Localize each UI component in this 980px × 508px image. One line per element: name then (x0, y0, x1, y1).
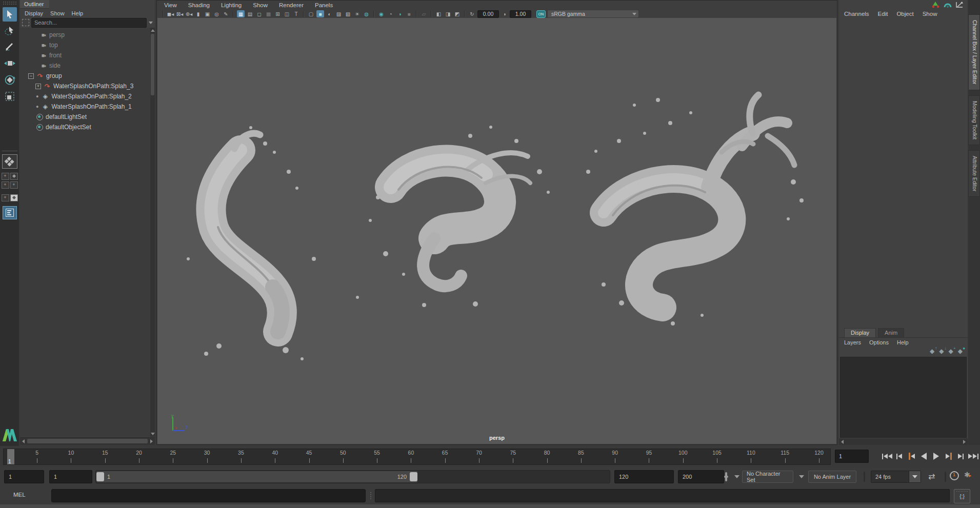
resolution-gate-icon[interactable]: ◻ (255, 10, 263, 17)
contrast-icon[interactable]: ◑ (501, 10, 508, 17)
pan-zoom-icon[interactable]: ◎ (213, 10, 221, 17)
create-empty-layer-icon[interactable]: ◆+ (949, 348, 953, 355)
search-options-caret-icon[interactable] (149, 22, 153, 24)
node-label[interactable]: defaultLightSet (46, 113, 87, 120)
rotate-tool-button[interactable] (3, 73, 17, 87)
sidebar-vertical-tab[interactable]: Modeling Toolkit (968, 95, 980, 145)
anim-preferences-icon[interactable] (944, 1, 952, 8)
ssao-icon[interactable]: ◉ (377, 10, 385, 17)
go-to-end-button[interactable] (967, 449, 979, 463)
go-to-start-button[interactable] (881, 449, 893, 463)
outliner-tree-row[interactable]: ● WaterSplashOnPath:Splah_1 (20, 101, 150, 112)
lasso-select-tool-button[interactable] (3, 24, 17, 38)
plus-button[interactable]: + (2, 194, 9, 201)
current-frame-field[interactable]: 1 (835, 450, 869, 463)
layer-editor-menu-item[interactable]: Help (897, 339, 909, 346)
shaded-mode-icon[interactable]: ■ (316, 10, 324, 17)
viewport-menu-item[interactable]: Show (253, 2, 268, 8)
bookmark-icon[interactable]: ▮ (194, 10, 202, 17)
outliner-menu-item[interactable]: Display (25, 10, 43, 16)
step-back-frame-button[interactable] (893, 449, 905, 463)
play-forwards-button[interactable] (930, 449, 942, 463)
outliner-tree-row[interactable]: ● defaultLightSet (20, 112, 150, 122)
outliner-tree-row[interactable]: ● WaterSplashOnPath:Splah_2 (20, 91, 150, 101)
select-camera-icon[interactable]: ◼◂ (167, 10, 174, 17)
grease-pencil-icon[interactable]: ✎ (222, 10, 230, 17)
gate-mask-icon[interactable]: ▩ (265, 10, 272, 17)
select-tool-button[interactable] (3, 7, 17, 22)
move-layer-down-icon[interactable]: ◆↓ (939, 348, 944, 355)
object-mode-button[interactable] (10, 173, 18, 180)
add-row-button[interactable]: + (2, 181, 9, 189)
exposure-icon[interactable]: ↻ (468, 10, 476, 17)
add-divider-button[interactable]: + (2, 173, 9, 180)
range-start-handle[interactable] (96, 472, 104, 481)
move-layer-up-icon[interactable]: ◆↑ (930, 348, 934, 355)
filter-icon[interactable] (22, 19, 29, 26)
outliner-tree-row[interactable]: ● top (20, 40, 150, 50)
outliner-tree-row[interactable]: ● defaultObjectSet (20, 122, 150, 132)
viewport-menu-item[interactable]: Renderer (279, 2, 304, 8)
xyz-gizmo-icon[interactable] (932, 1, 940, 8)
search-input[interactable]: Search... (31, 18, 147, 28)
safe-action-icon[interactable]: ◫ (283, 10, 291, 17)
add-column-button[interactable]: + (10, 181, 18, 189)
outliner-title[interactable]: Outliner (20, 0, 49, 9)
outliner-layout-button[interactable] (3, 206, 17, 219)
time-slider[interactable]: 5 10 15 20 25 30 (3, 449, 831, 465)
channel-box-menu-item[interactable]: Edit (878, 11, 888, 17)
auto-keyframe-icon[interactable] (950, 471, 959, 480)
sidebar-vertical-tab[interactable]: Attribute Editor (968, 150, 980, 197)
field-chart-icon[interactable]: ⊞ (274, 10, 282, 17)
viewport-menu-item[interactable]: Lighting (221, 2, 242, 8)
safe-title-icon[interactable]: T (292, 10, 300, 17)
isolate-remove-icon[interactable]: ◩ (453, 10, 461, 17)
layer-editor-tab[interactable]: Display (844, 328, 876, 337)
timeline-playhead[interactable]: 1 (7, 449, 14, 464)
layer-editor-menu-item[interactable]: Layers (844, 339, 861, 346)
select-marquee-icon[interactable]: ▱ (420, 10, 428, 17)
scroll-right-icon[interactable] (963, 440, 966, 444)
scroll-down-icon[interactable] (151, 433, 155, 435)
multisample-icon[interactable]: ■ (405, 10, 413, 17)
image-plane-icon[interactable]: ▣ (204, 10, 211, 17)
character-set-selector[interactable]: No Character Set (742, 471, 793, 483)
node-label[interactable]: WaterSplashOnPath:Splah_2 (51, 93, 131, 100)
scroll-up-icon[interactable] (151, 29, 155, 32)
script-editor-button[interactable]: {;} (954, 489, 970, 503)
channel-box-menu-item[interactable]: Show (923, 11, 937, 17)
grid-toggle-icon[interactable]: ▦ (237, 10, 245, 17)
animation-preferences-icon[interactable]: ✱ (964, 471, 971, 479)
outliner-menu-item[interactable]: Show (50, 10, 65, 16)
transparency-icon[interactable]: ▧ (344, 10, 352, 17)
range-slider[interactable]: 1 120 (95, 470, 610, 483)
create-layer-from-selected-icon[interactable]: ◆● (958, 348, 963, 355)
symmetry-button[interactable] (2, 154, 17, 169)
wireframe-icon[interactable]: ▢ (307, 10, 315, 17)
viewport-menu-item[interactable]: Shading (188, 2, 210, 8)
textured-cube-icon[interactable]: ▨ (335, 10, 343, 17)
move-tool-button[interactable] (3, 56, 17, 71)
scale-tool-button[interactable] (3, 89, 17, 104)
playback-loop-icon[interactable]: ⇄ (928, 472, 935, 481)
range-end-handle[interactable] (410, 472, 417, 481)
depth-of-field-icon[interactable]: ◑ (396, 10, 404, 17)
isolate-add-icon[interactable]: ◨ (444, 10, 452, 17)
shaded-textured-icon[interactable]: ◐ (326, 10, 333, 17)
layer-editor-scrollbar[interactable] (839, 438, 968, 445)
film-gate-icon[interactable]: ▤ (246, 10, 254, 17)
view-transform-dropdown[interactable]: sRGB gamma (547, 10, 639, 18)
expander-icon[interactable] (35, 84, 41, 89)
node-label[interactable]: side (49, 62, 61, 69)
outliner-tree-row[interactable]: ● persp (20, 30, 150, 40)
channel-box-menu-item[interactable]: Object (896, 11, 913, 17)
sidebar-vertical-tab[interactable]: Channel Box / Layer Editor (968, 14, 980, 90)
command-input[interactable] (51, 489, 366, 502)
graph-icon[interactable] (955, 1, 964, 8)
node-label[interactable]: WaterSplashOnPath:Splah_1 (51, 103, 131, 110)
channel-box-menu-item[interactable]: Channels (844, 11, 869, 17)
scroll-left-icon[interactable] (22, 439, 25, 443)
animation-start-field[interactable]: 1 (4, 470, 44, 483)
use-lights-icon[interactable]: ☀ (353, 10, 361, 17)
scroll-left-icon[interactable] (841, 440, 844, 444)
